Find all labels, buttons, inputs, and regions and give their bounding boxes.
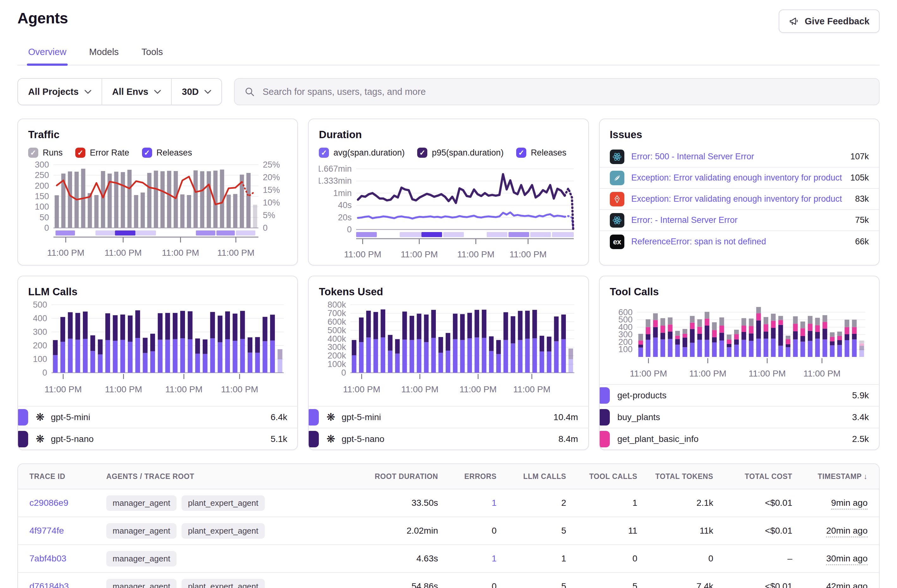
envs-filter-button[interactable]: All Envs (102, 79, 172, 105)
tokens-legend-row[interactable]: ❋gpt-5-nano8.4m (309, 428, 588, 449)
agent-chip[interactable]: plant_expert_agent (182, 523, 265, 539)
duration-legend-item[interactable]: ✓avg(span.duration) (319, 148, 404, 158)
agent-chip[interactable]: plant_expert_agent (182, 579, 265, 588)
agent-chip[interactable]: plant_expert_agent (182, 495, 265, 511)
traffic-legend-item[interactable]: ✓Runs (28, 148, 63, 158)
agent-chip[interactable]: manager_agent (106, 523, 176, 539)
trace-id-link[interactable]: 7abf4b03 (29, 554, 66, 564)
trace-id-link[interactable]: 4f9774fe (29, 526, 64, 536)
llm-calls-cell: 1 (504, 554, 574, 564)
tools-legend-row[interactable]: buy_plants3.4k (600, 406, 879, 428)
llm-legend-row[interactable]: ❋gpt-5-mini6.4k (18, 406, 297, 428)
give-feedback-button[interactable]: Give Feedback (779, 9, 880, 33)
issue-link[interactable]: Error: - Internal Server Error (631, 215, 848, 225)
tool-calls-chart[interactable]: 10020030040050060011:00 PM11:00 PM11:00 … (610, 301, 869, 384)
errors-link[interactable]: 1 (491, 498, 497, 508)
search-bar[interactable] (234, 78, 880, 105)
issue-link[interactable]: Exception: Error validating enough inven… (631, 173, 843, 183)
checkbox-checked-icon[interactable]: ✓ (319, 148, 329, 158)
page-title: Agents (17, 9, 68, 27)
column-header-total-cost[interactable]: Total Cost (721, 472, 800, 481)
checkbox-checked-icon[interactable]: ✓ (75, 148, 86, 158)
errors-cell: 1 (445, 498, 504, 508)
traffic-card-title: Traffic (28, 129, 287, 141)
agent-chip[interactable]: manager_agent (106, 551, 176, 567)
issue-link[interactable]: Exception: Error validating enough inven… (631, 194, 848, 204)
traffic-legend-item[interactable]: ✓Releases (142, 148, 192, 158)
errors-link[interactable]: 1 (491, 554, 497, 564)
tab-overview[interactable]: Overview (27, 47, 68, 65)
duration-legend-item[interactable]: ✓p95(span.duration) (417, 148, 504, 158)
svg-text:20s: 20s (338, 213, 352, 222)
column-header-agents-trace-root[interactable]: Agents / Trace Root (99, 472, 344, 481)
topbar: Agents Give Feedback (17, 0, 880, 33)
timestamp-cell: 30min ago (800, 554, 879, 564)
issues-list: Error: 500 - Internal Server Error107kEx… (600, 147, 879, 252)
timestamp-link[interactable]: 30min ago (826, 554, 868, 565)
column-header-llm-calls[interactable]: LLM Calls (504, 472, 574, 481)
traffic-chart[interactable]: 05010015020025030005%10%15%20%25%11:00 P… (28, 161, 287, 263)
trace-id-link[interactable]: d76184b3 (29, 581, 69, 588)
date-range-filter-button[interactable]: 30D (172, 79, 221, 105)
table-body: c29086e9manager_agentplant_expert_agent3… (18, 489, 879, 588)
tab-bar: OverviewModelsTools (17, 47, 880, 66)
tool-calls-cell: 0 (574, 554, 645, 564)
svg-text:100: 100 (35, 202, 49, 211)
column-header-root-duration[interactable]: Root Duration (344, 472, 445, 481)
duration-legend: ✓avg(span.duration)✓p95(span.duration)✓R… (319, 148, 578, 158)
duration-chart[interactable]: 020s40s1min1.333min1.667min11:00 PM11:00… (319, 161, 578, 265)
trace-id-cell: c29086e9 (18, 498, 99, 508)
llm-legend-row[interactable]: ❋gpt-5-nano5.1k (18, 428, 297, 449)
svg-text:200: 200 (33, 341, 47, 350)
agent-chip[interactable]: manager_agent (106, 495, 176, 511)
duration-legend-item[interactable]: ✓Releases (516, 148, 566, 158)
checkbox-checked-icon[interactable]: ✓ (142, 148, 152, 158)
search-input[interactable] (262, 86, 869, 97)
issue-row[interactable]: exReferenceError: span is not defined66k (600, 231, 879, 252)
issue-row[interactable]: Error: 500 - Internal Server Error107k (600, 147, 879, 168)
column-header-trace-id[interactable]: Trace ID (18, 472, 99, 481)
tab-tools[interactable]: Tools (140, 47, 164, 65)
issue-row[interactable]: Error: - Internal Server Error75k (600, 210, 879, 231)
issue-row[interactable]: Exception: Error validating enough inven… (600, 168, 879, 189)
tokens-legend-row[interactable]: ❋gpt-5-mini10.4m (309, 406, 588, 428)
svg-text:11:00 PM: 11:00 PM (165, 385, 202, 394)
tools-legend-row[interactable]: get-products5.9k (600, 384, 879, 406)
issue-row[interactable]: Exception: Error validating enough inven… (600, 189, 879, 210)
total-tokens-cell: 7.4k (645, 581, 721, 588)
projects-filter-button[interactable]: All Projects (18, 79, 102, 105)
svg-text:200k: 200k (328, 351, 346, 360)
tools-series-value: 5.9k (852, 390, 869, 400)
timestamp-link[interactable]: 9min ago (831, 498, 868, 510)
column-header-tool-calls[interactable]: Tool Calls (574, 472, 645, 481)
total-cost-cell: <$0.01 (721, 498, 800, 508)
tool-calls-card: Tool Calls 10020030040050060011:00 PM11:… (599, 276, 880, 450)
tool-calls-legend: get-products5.9kbuy_plants3.4kget_plant_… (600, 384, 879, 449)
timestamp-link[interactable]: 20min ago (826, 526, 868, 538)
issue-link[interactable]: ReferenceError: span is not defined (631, 237, 848, 247)
svg-text:500k: 500k (328, 325, 346, 335)
svg-text:100: 100 (33, 354, 47, 364)
checkbox-checked-icon[interactable]: ✓ (28, 148, 38, 158)
tokens-used-card-title: Tokens Used (319, 286, 578, 298)
tab-models[interactable]: Models (88, 47, 120, 65)
timestamp-link[interactable]: 42min ago (826, 581, 868, 588)
svg-text:11:00 PM: 11:00 PM (401, 249, 438, 259)
tools-legend-row[interactable]: get_plant_basic_info2.5k (600, 428, 879, 449)
checkbox-checked-icon[interactable]: ✓ (516, 148, 526, 158)
agent-chip[interactable]: manager_agent (106, 579, 176, 588)
series-color-swatch (17, 409, 28, 426)
traffic-legend-item[interactable]: ✓Error Rate (75, 148, 129, 158)
svg-text:300: 300 (33, 327, 47, 337)
column-header-errors[interactable]: Errors (445, 472, 504, 481)
checkbox-checked-icon[interactable]: ✓ (417, 148, 427, 158)
issue-link[interactable]: Error: 500 - Internal Server Error (631, 152, 843, 162)
tokens-used-chart[interactable]: 0100k200k300k400k500k600k700k800k11:00 P… (319, 301, 578, 400)
svg-text:11:00 PM: 11:00 PM (343, 385, 381, 394)
tokens-used-card: Tokens Used 0100k200k300k400k500k600k700… (308, 276, 589, 450)
llm-calls-chart[interactable]: 010020030040050011:00 PM11:00 PM11:00 PM… (28, 301, 287, 400)
trace-id-link[interactable]: c29086e9 (29, 498, 68, 508)
react-icon (610, 213, 625, 228)
column-header-timestamp[interactable]: Timestamp↓ (800, 472, 879, 481)
column-header-total-tokens[interactable]: Total Tokens (645, 472, 721, 481)
